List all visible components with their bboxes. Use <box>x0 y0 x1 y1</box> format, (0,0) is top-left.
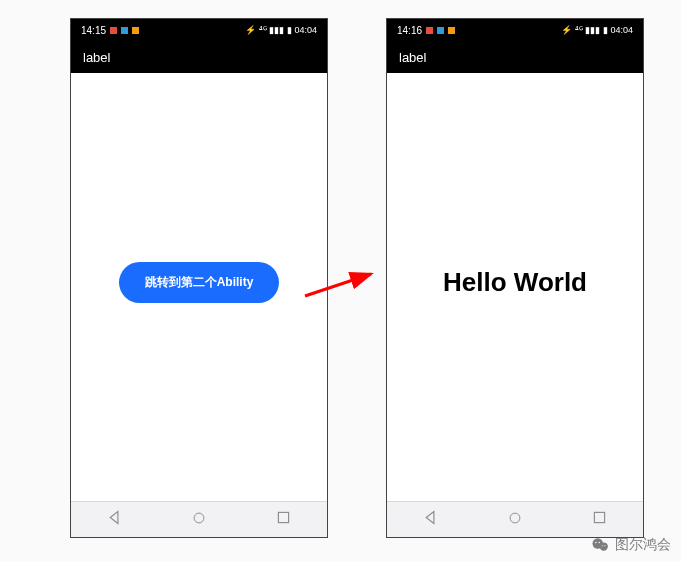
status-time: 14:16 <box>397 25 422 36</box>
nav-home-icon[interactable] <box>508 511 522 529</box>
svg-point-10 <box>604 545 605 546</box>
nav-recent-icon[interactable] <box>275 509 292 530</box>
status-bar: 14:15 ⚡ ⁴ᴳ ▮▮▮ ▮ 04:04 <box>71 19 327 41</box>
svg-rect-1 <box>279 512 289 522</box>
status-time: 14:15 <box>81 25 106 36</box>
status-dot-icon <box>437 27 444 34</box>
main-text: Hello World <box>443 267 587 298</box>
phone-right: 14:16 ⚡ ⁴ᴳ ▮▮▮ ▮ 04:04 label Hello World <box>386 18 644 538</box>
content-area: Hello World <box>387 73 643 501</box>
status-left: 14:16 <box>397 25 455 36</box>
system-nav-bar <box>387 501 643 537</box>
svg-point-9 <box>602 545 603 546</box>
status-dot-icon <box>110 27 117 34</box>
app-title: label <box>83 50 110 65</box>
system-nav-bar <box>71 501 327 537</box>
app-title: label <box>399 50 426 65</box>
nav-back-icon[interactable] <box>106 509 123 530</box>
svg-point-7 <box>595 542 597 544</box>
svg-point-6 <box>600 542 608 550</box>
svg-point-8 <box>599 542 601 544</box>
status-left: 14:15 <box>81 25 139 36</box>
nav-recent-icon[interactable] <box>591 509 608 530</box>
status-bar: 14:16 ⚡ ⁴ᴳ ▮▮▮ ▮ 04:04 <box>387 19 643 41</box>
phone-left: 14:15 ⚡ ⁴ᴳ ▮▮▮ ▮ 04:04 label 跳转到第二个Abili… <box>70 18 328 538</box>
watermark-text: 图尔鸿会 <box>615 536 671 554</box>
status-dot-icon <box>448 27 455 34</box>
nav-back-icon[interactable] <box>422 509 439 530</box>
app-title-bar: label <box>387 41 643 73</box>
svg-rect-4 <box>595 512 605 522</box>
svg-point-0 <box>194 513 204 523</box>
watermark: 图尔鸿会 <box>591 536 671 554</box>
app-title-bar: label <box>71 41 327 73</box>
content-area: 跳转到第二个Ability <box>71 73 327 501</box>
status-right-icons: ⚡ ⁴ᴳ ▮▮▮ ▮ 04:04 <box>561 25 633 35</box>
status-dot-icon <box>426 27 433 34</box>
nav-home-icon[interactable] <box>192 511 206 529</box>
wechat-icon <box>591 536 609 554</box>
navigate-ability-button[interactable]: 跳转到第二个Ability <box>119 262 280 303</box>
status-dot-icon <box>132 27 139 34</box>
status-dot-icon <box>121 27 128 34</box>
svg-point-3 <box>510 513 520 523</box>
status-right-icons: ⚡ ⁴ᴳ ▮▮▮ ▮ 04:04 <box>245 25 317 35</box>
